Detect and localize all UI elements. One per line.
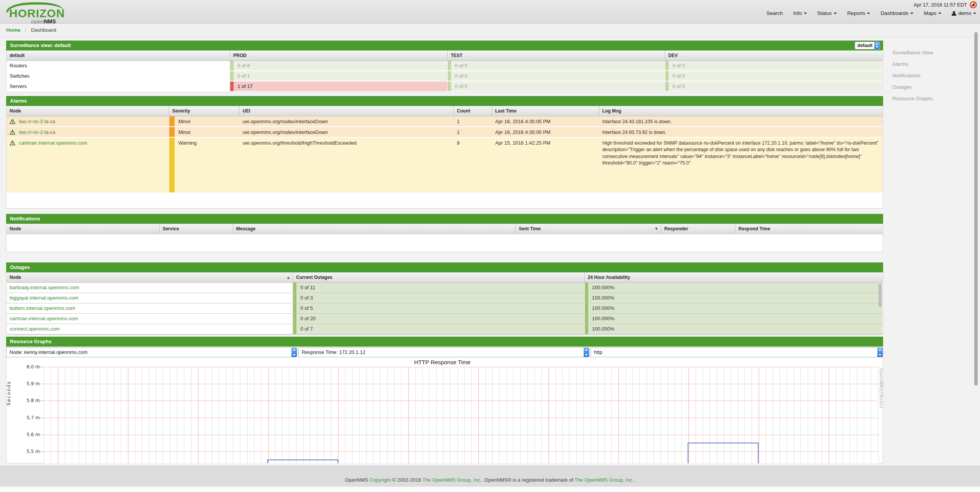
alarm-row[interactable]: cartman.internal.opennms.com Warning uei… xyxy=(7,138,883,193)
status-cell[interactable]: 0 of 0 xyxy=(665,61,883,70)
sidebar-item-alarms[interactable]: Alarms xyxy=(892,61,908,67)
col-service[interactable]: Service xyxy=(160,224,233,234)
node-link[interactable]: biggayal.internal.opennms.com xyxy=(10,295,79,301)
breadcrumb-bar: Home / Dashboard xyxy=(0,24,980,37)
y-axis-tick-label: 5.5 m xyxy=(15,449,40,454)
resource-selector[interactable]: Response Time: 172.20.1.12 xyxy=(298,347,589,357)
alarm-severity: Warning xyxy=(169,138,240,192)
col-uei[interactable]: UEI xyxy=(239,106,454,116)
col-count[interactable]: Count xyxy=(454,106,492,116)
nav-info[interactable]: Info xyxy=(793,10,807,16)
node-link[interactable]: cartman.internal.opennms.com xyxy=(10,316,78,321)
current-outages-cell: 0 of 20 xyxy=(293,314,584,324)
breadcrumb-home-link[interactable]: Home xyxy=(6,27,21,33)
status-cell[interactable]: 0 of 1 xyxy=(230,71,448,81)
sort-desc-icon[interactable]: ▼ xyxy=(655,224,658,234)
alarm-row[interactable]: twc-rr-nc-2-la-ca Minor uei.opennms.org/… xyxy=(7,116,883,127)
status-cell-critical[interactable]: 1 of 17 xyxy=(230,81,448,91)
outage-row[interactable]: connect.opennms.com 0 of 7 100.000% xyxy=(7,324,883,334)
outage-row[interactable]: biggayal.internal.opennms.com 0 of 3 100… xyxy=(7,293,883,303)
availability-cell: 100.000% xyxy=(585,293,883,303)
window-scrollbar[interactable] xyxy=(974,32,978,386)
alarm-node: twc-rr-nc-2-la-ca xyxy=(7,127,169,137)
col-responder[interactable]: Responder xyxy=(661,224,736,234)
node-link[interactable]: cartman.internal.opennms.com xyxy=(19,140,87,146)
alarm-row[interactable]: twc-rr-nc-2-la-ca Minor uei.opennms.org/… xyxy=(7,127,883,138)
outage-row[interactable]: cartman.internal.opennms.com 0 of 20 100… xyxy=(7,314,883,324)
col-last-time[interactable]: Last Time xyxy=(492,106,599,116)
nav-search[interactable]: Search xyxy=(767,10,783,16)
table-row[interactable]: Routers 0 of 8 0 of 0 0 of 0 xyxy=(7,61,883,71)
graph-selector[interactable]: http xyxy=(591,347,883,357)
table-row[interactable]: Switches 0 of 1 0 of 0 0 of 0 xyxy=(7,71,883,81)
copyright-link[interactable]: Copyright xyxy=(370,477,391,483)
select-spinner-icon xyxy=(877,348,883,357)
opennms-group-link[interactable]: The OpenNMS Group, Inc. xyxy=(574,477,634,483)
sidebar-item-surveillance-view[interactable]: Surveillance View xyxy=(892,50,933,55)
outage-row[interactable]: butters.internal.opennms.com 0 of 5 100.… xyxy=(7,303,883,314)
col-dev[interactable]: DEV xyxy=(665,51,883,60)
y-axis-tick xyxy=(40,384,43,384)
status-cell[interactable]: 0 of 0 xyxy=(665,71,883,81)
notices-off-icon[interactable] xyxy=(970,1,977,8)
col-node[interactable]: Node ▲ xyxy=(7,272,293,282)
outage-row[interactable]: barbrady.internal.opennms.com 0 of 11 10… xyxy=(7,283,883,293)
col-test[interactable]: TEST xyxy=(448,51,665,60)
status-cell[interactable]: 0 of 8 xyxy=(230,61,448,70)
alarms-table-header: Node Severity UEI Count Last Time Log Ms… xyxy=(7,106,883,116)
col-default[interactable]: default xyxy=(7,51,230,60)
node-link[interactable]: butters.internal.opennms.com xyxy=(10,305,75,311)
y-axis-title: Seconds xyxy=(6,381,11,406)
col-node[interactable]: Node xyxy=(7,224,160,234)
sort-asc-icon[interactable]: ▲ xyxy=(287,272,290,282)
node-link[interactable]: barbrady.internal.opennms.com xyxy=(10,285,79,290)
chevron-down-icon xyxy=(834,13,837,14)
node-link[interactable]: twc-rr-nc-2-la-ca xyxy=(19,119,56,124)
sidebar-item-notifications[interactable]: Notifications xyxy=(892,73,921,78)
bell-icon xyxy=(972,4,975,6)
col-respond-time[interactable]: Respond Time xyxy=(735,224,883,234)
nav-status[interactable]: Status xyxy=(817,10,837,16)
chevron-down-icon xyxy=(973,13,976,14)
nav-maps[interactable]: Maps xyxy=(924,10,941,16)
sidebar-item-resource-graphs[interactable]: Resource Graphs xyxy=(892,96,933,101)
alarm-last-time: Apr 16, 2016 4:35:05 PM xyxy=(492,127,599,137)
alarm-count: 1 xyxy=(454,127,492,137)
status-cell[interactable]: 0 of 0 xyxy=(448,81,665,91)
sidebar-item-outages[interactable]: Outages xyxy=(892,84,912,90)
node-link[interactable]: twc-rr-nc-2-la-ca xyxy=(19,129,56,135)
col-current-outages[interactable]: Current Outages xyxy=(293,272,584,282)
nav-user-menu[interactable]: demo xyxy=(952,10,976,16)
node-selector[interactable]: Node: kenny.internal.opennms.com xyxy=(6,347,297,357)
status-cell[interactable]: 0 of 0 xyxy=(448,61,665,70)
status-cell[interactable]: 0 of 0 xyxy=(665,81,883,91)
nav-reports[interactable]: Reports xyxy=(847,10,870,16)
user-icon xyxy=(952,11,956,16)
status-cell[interactable]: 0 of 0 xyxy=(448,71,665,81)
col-24h-availability[interactable]: 24 Hour Availability xyxy=(585,272,883,282)
alarm-count: 8 xyxy=(454,138,492,192)
alarm-uei: uei.opennms.org/nodes/interfaceDown xyxy=(239,116,454,126)
col-prod[interactable]: PROD xyxy=(230,51,448,60)
col-log-msg[interactable]: Log Msg xyxy=(599,106,883,116)
node-link[interactable]: connect.opennms.com xyxy=(10,326,60,332)
col-message[interactable]: Message xyxy=(233,224,516,234)
col-sent-time[interactable]: Sent Time ▼ xyxy=(516,224,661,234)
y-axis-tick xyxy=(40,401,43,401)
current-datetime: Apr 17, 2016 11:57 EDT xyxy=(914,2,967,8)
surveillance-view-selector[interactable]: default xyxy=(855,42,880,49)
chevron-down-icon xyxy=(867,13,870,14)
availability-cell: 100.000% xyxy=(585,303,883,313)
availability-cell: 100.000% xyxy=(585,283,883,293)
horizon-opennms-logo[interactable]: HORIZON openNMS xyxy=(5,2,78,23)
opennms-group-link[interactable]: The OpenNMS Group, Inc. xyxy=(422,477,482,483)
col-node[interactable]: Node xyxy=(7,106,169,116)
nav-dashboards[interactable]: Dashboards xyxy=(880,10,913,16)
row-label: Switches xyxy=(7,71,230,81)
alarm-last-time: Apr 16, 2016 4:35:05 PM xyxy=(492,116,599,126)
table-row[interactable]: Servers 1 of 17 0 of 0 0 of 0 xyxy=(7,81,883,92)
alarm-node: cartman.internal.opennms.com xyxy=(7,138,169,192)
outages-table-scrollbar[interactable] xyxy=(879,283,882,307)
col-severity[interactable]: Severity xyxy=(169,106,240,116)
top-navbar: HORIZON openNMS Apr 17, 2016 11:57 EDT S… xyxy=(0,0,980,24)
